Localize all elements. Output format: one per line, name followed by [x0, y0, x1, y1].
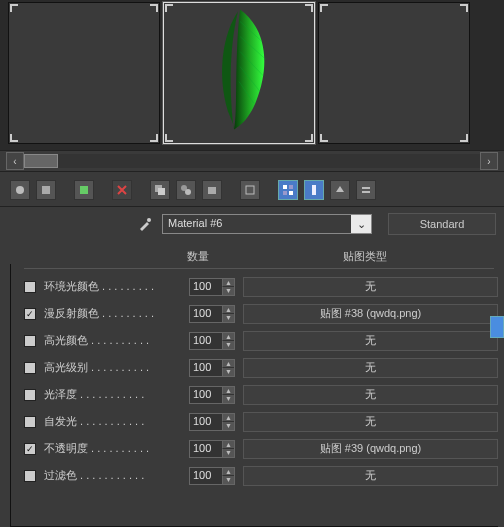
- map-row: 光泽度 . . . . . . . . . . .100▲▼无: [24, 381, 498, 408]
- map-checkbox[interactable]: [24, 281, 36, 293]
- amount-spinner[interactable]: 100▲▼: [189, 440, 235, 458]
- amount-spinner[interactable]: 100▲▼: [189, 305, 235, 323]
- spin-down-icon[interactable]: ▼: [222, 422, 234, 430]
- map-slot-button[interactable]: 无: [243, 358, 498, 378]
- scroll-left-button[interactable]: ‹: [6, 152, 24, 170]
- amount-value: 100: [190, 441, 222, 457]
- spin-down-icon[interactable]: ▼: [222, 476, 234, 484]
- put-to-scene-icon[interactable]: [36, 180, 56, 200]
- make-copy-icon[interactable]: [150, 180, 170, 200]
- map-label: 高光级别 . . . . . . . . . .: [40, 360, 185, 375]
- amount-spinner[interactable]: 100▲▼: [189, 332, 235, 350]
- svg-point-6: [185, 189, 191, 195]
- svg-point-0: [16, 186, 24, 194]
- map-row: 高光级别 . . . . . . . . . .100▲▼无: [24, 354, 498, 381]
- material-type-button[interactable]: Standard: [388, 213, 496, 235]
- svg-rect-12: [289, 191, 293, 195]
- amount-spinner[interactable]: 100▲▼: [189, 386, 235, 404]
- map-checkbox[interactable]: [24, 308, 36, 320]
- spin-up-icon[interactable]: ▲: [222, 468, 234, 477]
- chevron-down-icon[interactable]: ⌄: [351, 215, 371, 233]
- spin-down-icon[interactable]: ▼: [222, 449, 234, 457]
- map-slot-button[interactable]: 无: [243, 385, 498, 405]
- maps-header: 数量 贴图类型: [0, 245, 504, 268]
- amount-value: 100: [190, 414, 222, 430]
- map-label: 光泽度 . . . . . . . . . . .: [40, 387, 185, 402]
- map-slot-button[interactable]: 无: [243, 277, 498, 297]
- put-to-library-icon[interactable]: [202, 180, 222, 200]
- show-in-viewport-icon[interactable]: [278, 180, 298, 200]
- assign-icon[interactable]: [74, 180, 94, 200]
- map-row: 高光颜色 . . . . . . . . . .100▲▼无: [24, 327, 498, 354]
- map-label: 漫反射颜色 . . . . . . . . .: [40, 306, 185, 321]
- material-name-row: Material #6 ⌄ Standard: [0, 207, 504, 245]
- svg-rect-9: [283, 185, 287, 189]
- amount-value: 100: [190, 360, 222, 376]
- svg-point-14: [147, 218, 151, 222]
- svg-rect-8: [246, 186, 254, 194]
- spin-down-icon[interactable]: ▼: [222, 368, 234, 376]
- map-checkbox[interactable]: [24, 335, 36, 347]
- material-id-icon[interactable]: [240, 180, 260, 200]
- amount-spinner[interactable]: 100▲▼: [189, 467, 235, 485]
- spin-up-icon[interactable]: ▲: [222, 306, 234, 315]
- spin-up-icon[interactable]: ▲: [222, 414, 234, 423]
- scroll-track[interactable]: [24, 154, 480, 168]
- map-checkbox[interactable]: [24, 470, 36, 482]
- map-checkbox[interactable]: [24, 443, 36, 455]
- preview-slot-3[interactable]: [318, 2, 470, 144]
- map-label: 不透明度 . . . . . . . . . .: [40, 441, 185, 456]
- svg-rect-4: [158, 188, 165, 195]
- svg-rect-13: [312, 185, 316, 195]
- map-label: 自发光 . . . . . . . . . . .: [40, 414, 185, 429]
- go-parent-icon[interactable]: [330, 180, 350, 200]
- scroll-right-button[interactable]: ›: [480, 152, 498, 170]
- eyedropper-icon[interactable]: [136, 215, 154, 233]
- spin-down-icon[interactable]: ▼: [222, 341, 234, 349]
- map-row: 自发光 . . . . . . . . . . .100▲▼无: [24, 408, 498, 435]
- map-checkbox[interactable]: [24, 389, 36, 401]
- svg-rect-2: [80, 186, 88, 194]
- spin-up-icon[interactable]: ▲: [222, 387, 234, 396]
- amount-spinner[interactable]: 100▲▼: [189, 413, 235, 431]
- amount-spinner[interactable]: 100▲▼: [189, 359, 235, 377]
- header-amount: 数量: [0, 249, 225, 264]
- reset-icon[interactable]: [112, 180, 132, 200]
- amount-value: 100: [190, 333, 222, 349]
- spin-up-icon[interactable]: ▲: [222, 333, 234, 342]
- material-render: [194, 2, 284, 132]
- preview-strip: [0, 0, 504, 150]
- map-slot-button[interactable]: 无: [243, 466, 498, 486]
- get-material-icon[interactable]: [10, 180, 30, 200]
- map-rows: 环境光颜色 . . . . . . . . .100▲▼无漫反射颜色 . . .…: [0, 273, 504, 489]
- map-slot-button[interactable]: 无: [243, 331, 498, 351]
- amount-spinner[interactable]: 100▲▼: [189, 278, 235, 296]
- material-name-dropdown[interactable]: Material #6 ⌄: [162, 214, 372, 234]
- make-unique-icon[interactable]: [176, 180, 196, 200]
- amount-value: 100: [190, 468, 222, 484]
- show-end-icon[interactable]: [304, 180, 324, 200]
- material-name-text: Material #6: [163, 215, 351, 233]
- spin-down-icon[interactable]: ▼: [222, 314, 234, 322]
- scroll-thumb[interactable]: [24, 154, 58, 168]
- map-label: 过滤色 . . . . . . . . . . .: [40, 468, 185, 483]
- map-slot-button[interactable]: 无: [243, 412, 498, 432]
- preview-slot-1[interactable]: [8, 2, 160, 144]
- go-sibling-icon[interactable]: [356, 180, 376, 200]
- spin-up-icon[interactable]: ▲: [222, 279, 234, 288]
- svg-rect-1: [42, 186, 50, 194]
- map-row: 环境光颜色 . . . . . . . . .100▲▼无: [24, 273, 498, 300]
- map-checkbox[interactable]: [24, 416, 36, 428]
- map-slot-button[interactable]: 贴图 #39 (qwdq.png): [243, 439, 498, 459]
- spin-up-icon[interactable]: ▲: [222, 360, 234, 369]
- svg-rect-7: [208, 187, 216, 194]
- map-row: 过滤色 . . . . . . . . . . .100▲▼无: [24, 462, 498, 489]
- side-tab[interactable]: [490, 316, 504, 338]
- amount-value: 100: [190, 306, 222, 322]
- preview-slot-2[interactable]: [163, 2, 315, 144]
- spin-down-icon[interactable]: ▼: [222, 287, 234, 295]
- map-checkbox[interactable]: [24, 362, 36, 374]
- map-slot-button[interactable]: 贴图 #38 (qwdq.png): [243, 304, 498, 324]
- spin-down-icon[interactable]: ▼: [222, 395, 234, 403]
- spin-up-icon[interactable]: ▲: [222, 441, 234, 450]
